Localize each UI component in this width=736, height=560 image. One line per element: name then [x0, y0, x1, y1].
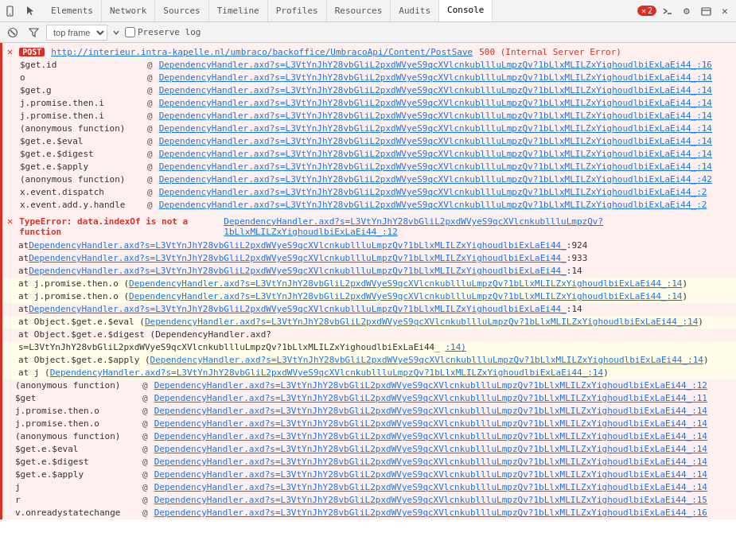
at-link[interactable]: DependencyHandler.axd?s=L3VtYnJhY28vbGli…: [29, 304, 567, 315]
stack-link[interactable]: DependencyHandler.axd?s=L3VtYnJhY28vbGli…: [154, 482, 707, 493]
stack-link[interactable]: DependencyHandler.axd?s=L3VtYnJhY28vbGli…: [159, 187, 707, 198]
at-row-highlight: at j ( DependencyHandler.axd?s=L3VtYnJhY…: [2, 367, 736, 379]
stack-row: (anonymous function) @ DependencyHandler…: [7, 173, 731, 186]
stack-link[interactable]: DependencyHandler.axd?s=L3VtYnJhY28vbGli…: [159, 85, 712, 96]
stack-row: r @ DependencyHandler.axd?s=L3VtYnJhY28v…: [2, 494, 736, 507]
at-link[interactable]: DependencyHandler.axd?s=L3VtYnJhY28vbGli…: [150, 355, 703, 366]
at-link[interactable]: DependencyHandler.axd?s=L3VtYnJhY28vbGli…: [29, 266, 567, 277]
stack-row: $get.e.$apply @ DependencyHandler.axd?s=…: [7, 161, 731, 173]
at-row-multiline: at Object.$get.e.$digest (DependencyHand…: [2, 329, 736, 341]
at-link[interactable]: DependencyHandler.axd?s=L3VtYnJhY28vbGli…: [50, 368, 603, 379]
tab-network[interactable]: Network: [102, 0, 155, 21]
preserve-log-checkbox[interactable]: [125, 27, 135, 37]
tab-bar: Elements Network Sources Timeline Profil…: [3, 0, 493, 21]
at-row: at DependencyHandler.axd?s=L3VtYnJhY28vb…: [2, 252, 736, 265]
stack-link[interactable]: DependencyHandler.axd?s=L3VtYnJhY28vbGli…: [159, 60, 712, 71]
stack-link[interactable]: DependencyHandler.axd?s=L3VtYnJhY28vbGli…: [154, 444, 707, 455]
at-link[interactable]: :14): [445, 342, 466, 352]
stack-link[interactable]: DependencyHandler.axd?s=L3VtYnJhY28vbGli…: [159, 149, 712, 160]
stack-row: $get.e.$eval @ DependencyHandler.axd?s=L…: [7, 135, 731, 148]
error-header: ✕ POST http://interieur.intra-kapelle.nl…: [7, 45, 731, 59]
stack-row: $get.g @ DependencyHandler.axd?s=L3VtYnJ…: [7, 84, 731, 97]
error-x-icon2: ✕: [7, 216, 13, 227]
at-row: at DependencyHandler.axd?s=L3VtYnJhY28vb…: [2, 239, 736, 252]
at-row: at DependencyHandler.axd?s=L3VtYnJhY28vb…: [2, 265, 736, 278]
tab-console[interactable]: Console: [439, 0, 493, 21]
typeerror-link[interactable]: DependencyHandler.axd?s=L3VtYnJhY28vbGli…: [224, 216, 731, 237]
close-icon[interactable]: ✕: [717, 3, 733, 19]
at-row: at DependencyHandler.axd?s=L3VtYnJhY28vb…: [2, 303, 736, 316]
stack-row: j.promise.then.i @ DependencyHandler.axd…: [7, 97, 731, 110]
filter-icon[interactable]: [25, 25, 41, 41]
svg-rect-4: [702, 8, 711, 15]
post-url[interactable]: http://interieur.intra-kapelle.nl/umbrac…: [51, 47, 473, 57]
at-link[interactable]: DependencyHandler.axd?s=L3VtYnJhY28vbGli…: [29, 253, 567, 264]
stack-row: $get @ DependencyHandler.axd?s=L3VtYnJhY…: [2, 392, 736, 405]
console-content: ✕ POST http://interieur.intra-kapelle.nl…: [0, 43, 736, 560]
tab-elements[interactable]: Elements: [43, 0, 102, 21]
stack-link[interactable]: DependencyHandler.axd?s=L3VtYnJhY28vbGli…: [159, 72, 712, 84]
terminal-icon[interactable]: [660, 3, 676, 19]
devtools-toolbar: Elements Network Sources Timeline Profil…: [0, 0, 736, 22]
post-error-entry: ✕ POST http://interieur.intra-kapelle.nl…: [0, 43, 736, 213]
error-status: 500 (Internal Server Error): [479, 47, 621, 57]
at-link[interactable]: DependencyHandler.axd?s=L3VtYnJhY28vbGli…: [129, 278, 682, 290]
at-row-highlight: at j.promise.then.o ( DependencyHandler.…: [2, 290, 736, 303]
stack-link[interactable]: DependencyHandler.axd?s=L3VtYnJhY28vbGli…: [154, 495, 707, 506]
svg-marker-2: [27, 6, 33, 15]
at-link[interactable]: DependencyHandler.axd?s=L3VtYnJhY28vbGli…: [129, 291, 682, 302]
tab-audits[interactable]: Audits: [391, 0, 439, 21]
at-link[interactable]: DependencyHandler.axd?s=L3VtYnJhY28vbGli…: [145, 317, 698, 328]
settings-icon[interactable]: ⚙: [679, 3, 695, 19]
stack-row: x.event.add.y.handle @ DependencyHandler…: [7, 199, 731, 212]
stack-link[interactable]: DependencyHandler.axd?s=L3VtYnJhY28vbGli…: [159, 111, 712, 122]
preserve-log-label[interactable]: Preserve log: [125, 27, 201, 37]
svg-line-7: [10, 30, 15, 35]
stack-link[interactable]: DependencyHandler.axd?s=L3VtYnJhY28vbGli…: [154, 393, 707, 404]
at-row-multiline2: s=L3VtYnJhY28vbGliL2pxdWVyeS9qcXVlcnkubl…: [2, 341, 736, 354]
stack-link[interactable]: DependencyHandler.axd?s=L3VtYnJhY28vbGli…: [154, 508, 707, 519]
method-badge: POST: [19, 48, 45, 56]
error-x-icon: ✕: [7, 46, 13, 57]
stack-link[interactable]: DependencyHandler.axd?s=L3VtYnJhY28vbGli…: [159, 174, 712, 185]
frame-select[interactable]: top frame: [46, 25, 107, 41]
stack-link[interactable]: DependencyHandler.axd?s=L3VtYnJhY28vbGli…: [154, 469, 707, 480]
clear-console-icon[interactable]: [5, 25, 21, 41]
stack-row: j @ DependencyHandler.axd?s=L3VtYnJhY28v…: [2, 481, 736, 494]
stack-row: (anonymous function) @ DependencyHandler…: [7, 122, 731, 135]
tab-sources[interactable]: Sources: [155, 0, 208, 21]
tab-profiles[interactable]: Profiles: [268, 0, 327, 21]
stack-link[interactable]: DependencyHandler.axd?s=L3VtYnJhY28vbGli…: [159, 136, 712, 147]
stack-row: v.onreadystatechange @ DependencyHandler…: [2, 507, 736, 519]
error-x-icon: ✕: [641, 6, 646, 15]
svg-marker-8: [29, 29, 38, 37]
stack-row: $get.e.$digest @ DependencyHandler.axd?s…: [7, 148, 731, 161]
stack-link[interactable]: DependencyHandler.axd?s=L3VtYnJhY28vbGli…: [154, 406, 707, 417]
stack-link[interactable]: DependencyHandler.axd?s=L3VtYnJhY28vbGli…: [159, 98, 712, 109]
stack-row: (anonymous function) @ DependencyHandler…: [2, 430, 736, 443]
stack-link[interactable]: DependencyHandler.axd?s=L3VtYnJhY28vbGli…: [159, 161, 712, 173]
stack-row: $get.e.$apply @ DependencyHandler.axd?s=…: [2, 469, 736, 481]
stack-link[interactable]: DependencyHandler.axd?s=L3VtYnJhY28vbGli…: [154, 431, 707, 442]
stack-row: j.promise.then.o @ DependencyHandler.axd…: [2, 418, 736, 430]
undock-icon[interactable]: [698, 3, 714, 19]
stack-link[interactable]: DependencyHandler.axd?s=L3VtYnJhY28vbGli…: [154, 380, 707, 391]
tab-timeline[interactable]: Timeline: [209, 0, 268, 21]
typeerror-header: ✕ TypeError: data.indexOf is not a funct…: [2, 213, 736, 239]
stack-row: o @ DependencyHandler.axd?s=L3VtYnJhY28v…: [7, 72, 731, 84]
stack-link[interactable]: DependencyHandler.axd?s=L3VtYnJhY28vbGli…: [154, 418, 707, 430]
stack-link[interactable]: DependencyHandler.axd?s=L3VtYnJhY28vbGli…: [159, 200, 707, 211]
at-row-highlight: at j.promise.then.o ( DependencyHandler.…: [2, 278, 736, 290]
stack-link[interactable]: DependencyHandler.axd?s=L3VtYnJhY28vbGli…: [159, 123, 712, 134]
tab-resources[interactable]: Resources: [327, 0, 391, 21]
stack-row: $get.e.$eval @ DependencyHandler.axd?s=L…: [2, 443, 736, 456]
stack-row: j.promise.then.i @ DependencyHandler.axd…: [7, 110, 731, 122]
stack-link[interactable]: DependencyHandler.axd?s=L3VtYnJhY28vbGli…: [154, 457, 707, 468]
pointer-icon[interactable]: [22, 3, 38, 19]
stack-row: (anonymous function) @ DependencyHandler…: [2, 379, 736, 392]
typeerror-message: TypeError: data.indexOf is not a functio…: [19, 216, 217, 237]
stack-row: x.event.dispatch @ DependencyHandler.axd…: [7, 186, 731, 199]
at-link[interactable]: DependencyHandler.axd?s=L3VtYnJhY28vbGli…: [29, 240, 567, 251]
mobile-icon[interactable]: [3, 3, 19, 19]
stack-row: j.promise.then.o @ DependencyHandler.axd…: [2, 405, 736, 418]
